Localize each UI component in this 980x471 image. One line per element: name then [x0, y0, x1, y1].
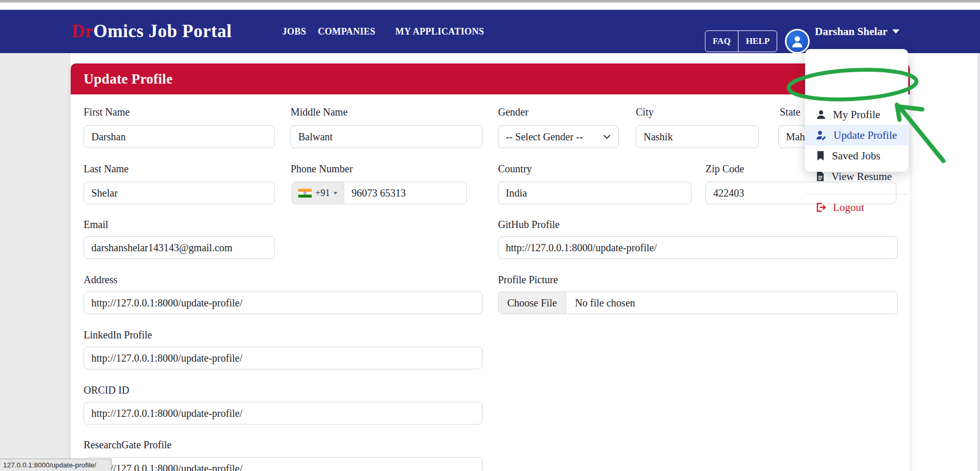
faq-button[interactable]: FAQ	[705, 31, 738, 52]
nav-link-jobs[interactable]: JOBS	[282, 10, 306, 53]
user-icon	[816, 109, 826, 120]
github-input[interactable]	[498, 236, 898, 259]
country-code-select[interactable]: +91	[292, 182, 344, 204]
linkedin-label: LinkedIn Profile	[84, 329, 152, 341]
page-title: Update Profile	[84, 71, 172, 87]
address-input[interactable]	[84, 291, 483, 314]
brand-rest: Omics Job Portal	[93, 21, 232, 42]
chevron-down-icon	[603, 134, 611, 139]
first-name-input[interactable]	[84, 125, 275, 148]
menu-item-label: Logout	[833, 201, 864, 214]
user-name: Darshan Shelar	[815, 25, 888, 38]
email-input[interactable]	[84, 236, 275, 259]
linkedin-input[interactable]	[84, 347, 483, 369]
gender-selected-value: -- Select Gender --	[506, 131, 583, 143]
profile-picture-file-input: Choose File No file chosen	[498, 291, 898, 314]
menu-item-saved-jobs[interactable]: Saved Jobs	[805, 145, 908, 166]
zip-label: Zip Code	[705, 163, 744, 175]
menu-item-logout[interactable]: Logout	[805, 197, 908, 218]
city-input[interactable]	[636, 125, 759, 148]
menu-item-label: Saved Jobs	[832, 150, 880, 163]
orcid-input[interactable]	[84, 402, 483, 425]
profile-picture-label: Profile Picture	[498, 274, 558, 286]
menu-item-label: My Profile	[833, 108, 880, 121]
india-flag-icon	[298, 189, 312, 198]
brand-logo[interactable]: DrOmics Job Portal	[72, 10, 232, 53]
help-button[interactable]: HELP	[738, 31, 777, 52]
user-avatar[interactable]	[785, 29, 810, 54]
email-label: Email	[84, 219, 108, 231]
brand-prefix: Dr	[72, 21, 93, 42]
gender-label: Gender	[498, 106, 528, 118]
menu-item-label: View Resume	[831, 170, 892, 183]
avatar-person-icon	[786, 30, 808, 52]
github-label: GitHub Profile	[498, 219, 559, 231]
address-label: Address	[84, 274, 118, 286]
researchgate-input[interactable]	[84, 457, 483, 471]
phone-label: Phone Number	[291, 163, 353, 175]
menu-item-label: Update Profile	[833, 129, 897, 142]
chevron-down-icon	[333, 192, 338, 194]
first-name-label: First Name	[84, 106, 130, 118]
researchgate-label: ResearchGate Profile	[84, 439, 171, 451]
logout-icon	[816, 202, 826, 213]
city-label: City	[636, 106, 653, 118]
card-header: Update Profile	[71, 63, 910, 94]
navbar: DrOmics Job Portal JOBS COMPANIES MY APP…	[0, 10, 980, 53]
menu-item-view-resume[interactable]: View Resume	[805, 166, 908, 187]
last-name-input[interactable]	[84, 182, 275, 204]
file-icon	[816, 171, 825, 182]
phone-number-input[interactable]: 96073 65313	[344, 182, 413, 204]
user-menu-toggle[interactable]: Darshan Shelar	[815, 10, 899, 53]
middle-name-label: Middle Name	[291, 106, 348, 118]
country-label: Country	[498, 163, 532, 175]
page-left-gutter	[0, 53, 71, 471]
nav-link-companies[interactable]: COMPANIES	[318, 10, 375, 53]
phone-widget: +91 96073 65313	[292, 182, 467, 204]
chevron-down-icon	[892, 29, 899, 34]
country-code: +91	[315, 188, 330, 199]
country-input[interactable]	[498, 182, 692, 204]
choose-file-button[interactable]: Choose File	[499, 292, 566, 314]
window-top-edge	[0, 0, 980, 3]
middle-name-input[interactable]	[291, 125, 483, 148]
user-edit-icon	[816, 130, 827, 140]
menu-divider	[805, 194, 908, 194]
nav-link-my-applications[interactable]: MY APPLICATIONS	[395, 10, 484, 53]
file-chosen-status: No file chosen	[566, 292, 644, 314]
last-name-label: Last Name	[84, 163, 128, 175]
menu-item-my-profile[interactable]: My Profile	[805, 104, 908, 125]
bookmark-icon	[816, 151, 825, 161]
orcid-label: ORCID ID	[84, 384, 129, 396]
gender-select[interactable]: -- Select Gender --	[498, 125, 619, 148]
scrollbar-track[interactable]	[977, 10, 980, 471]
browser-status-tooltip: 127.0.0.1:8000/update-profile/	[0, 459, 111, 471]
state-label: State	[780, 106, 800, 118]
menu-item-update-profile[interactable]: Update Profile	[805, 125, 908, 145]
faq-help-group: FAQ HELP	[705, 30, 777, 52]
user-dropdown-menu: My Profile Update Profile Saved Jobs Vie…	[805, 49, 908, 172]
